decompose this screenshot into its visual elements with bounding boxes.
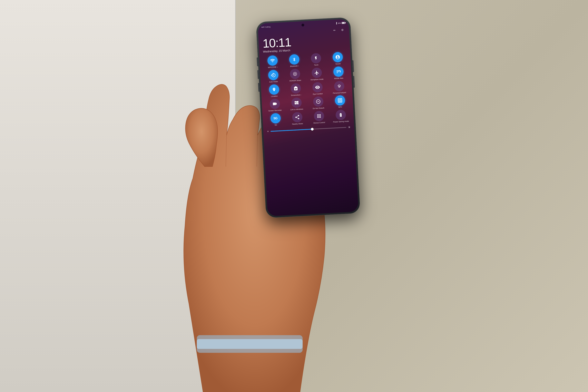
tile-screenrecorder[interactable]: Screen Recorder xyxy=(264,98,285,112)
battery-status-icon xyxy=(342,22,345,24)
wifi-label: WiFiZONE ▾ xyxy=(268,66,278,68)
status-left-text: WiFi Calling xyxy=(261,26,270,28)
camera-cutout xyxy=(301,23,305,27)
devicecontrol-label: Device Control xyxy=(314,122,325,124)
location-icon xyxy=(268,84,279,95)
tile-devicecontrol[interactable]: Device Control xyxy=(308,110,329,124)
tile-honorshare[interactable]: HONOR Share xyxy=(284,68,305,82)
tile-autorotate[interactable]: Auto-rotate xyxy=(263,70,284,83)
sound-icon xyxy=(332,52,343,62)
nearbyshare-label: Nearby Share xyxy=(292,123,303,126)
tile-linkwindows[interactable]: Link to Windows xyxy=(286,97,307,111)
clock-area: ✏ ⚙ 10:11 Wednesday, 15 March xyxy=(258,25,350,54)
tile-nfc[interactable]: NFC xyxy=(330,95,350,109)
brightness-max-icon: ☀ xyxy=(348,126,351,129)
tile-location[interactable]: Location xyxy=(264,84,284,98)
phone-screen: WiFi Calling 93% ✏ ⚙ 10:1 xyxy=(258,19,359,216)
bluetooth-label: Bluetooth ▾ xyxy=(290,65,299,68)
screenrecorder-icon xyxy=(269,98,280,109)
donotdisturb-icon xyxy=(313,96,324,107)
settings-button[interactable]: ⚙ xyxy=(340,27,345,33)
edit-button[interactable]: ✏ xyxy=(332,28,337,33)
tile-nearbyshare[interactable]: Nearby Share xyxy=(287,112,308,126)
autorotate-label: Auto-rotate xyxy=(269,80,278,83)
screenrecorder-label: Screen Recorder xyxy=(268,109,282,112)
tile-eyecomfort[interactable]: Eye Comfort xyxy=(307,82,328,96)
tile-mobiledata[interactable]: Mobile data xyxy=(328,66,349,80)
tile-hotspot[interactable]: Personal hotspot xyxy=(329,80,350,94)
brightness-fill xyxy=(270,129,312,132)
location-label: Location xyxy=(271,95,278,98)
brightness-min-icon: ☀ xyxy=(267,130,269,133)
tile-donotdisturb[interactable]: Do Not Disturb xyxy=(308,96,329,110)
mobiledata-icon xyxy=(333,66,344,77)
screenshot-icon xyxy=(290,83,301,94)
brightness-track[interactable] xyxy=(270,127,346,132)
battery-percent: 93% xyxy=(338,22,341,24)
tile-aeroplane[interactable]: Aeroplane mode xyxy=(306,67,327,81)
tile-5g[interactable]: 5G 5G xyxy=(265,113,286,126)
aeroplane-icon xyxy=(311,68,322,78)
screenshot-label: Screenshot ▾ xyxy=(291,94,301,96)
honorshare-label: HONOR Share xyxy=(289,79,301,82)
donotdisturb-label: Do Not Disturb xyxy=(312,107,324,110)
wifi-icon xyxy=(267,55,278,66)
linkwindows-label: Link to Windows xyxy=(290,108,303,111)
5g-label: 5G xyxy=(274,124,277,126)
eyecomfort-icon xyxy=(312,82,323,93)
linkwindows-icon xyxy=(291,98,302,108)
devicecontrol-icon xyxy=(314,111,324,122)
tile-screenshot[interactable]: Screenshot ▾ xyxy=(286,83,306,97)
phone-outer: WiFi Calling 93% ✏ ⚙ 10:1 xyxy=(256,17,360,218)
sound-label: Sound xyxy=(335,63,341,65)
phone: WiFi Calling 93% ✏ ⚙ 10:1 xyxy=(256,17,360,218)
powersaving-icon xyxy=(335,110,346,120)
tile-wifi[interactable]: WiFiZONE ▾ xyxy=(262,55,283,69)
nfc-icon xyxy=(334,95,345,106)
eyecomfort-label: Eye Comfort xyxy=(313,93,323,95)
tile-torch[interactable]: Torch xyxy=(306,53,326,67)
torch-icon xyxy=(310,53,321,64)
5g-icon: 5G xyxy=(270,113,281,124)
tile-bluetooth[interactable]: Bluetooth ▾ xyxy=(284,54,304,68)
tile-powersaving[interactable]: Power Saving mode xyxy=(330,109,351,123)
aeroplane-label: Aeroplane mode xyxy=(310,78,324,81)
nfc-label: NFC xyxy=(338,106,342,108)
tile-sound[interactable]: Sound xyxy=(327,52,348,66)
honorshare-icon xyxy=(290,68,300,80)
hotspot-label: Personal hotspot xyxy=(333,91,346,94)
hotspot-icon xyxy=(334,81,344,92)
autorotate-icon xyxy=(268,70,279,80)
powersaving-label: Power Saving mode xyxy=(333,120,349,123)
torch-label: Torch xyxy=(314,64,318,66)
quick-settings-grid: WiFiZONE ▾ Bluetooth ▾ xyxy=(259,50,354,129)
svg-rect-1 xyxy=(197,339,302,349)
status-right: 93% xyxy=(335,21,345,25)
brightness-thumb[interactable] xyxy=(311,128,314,131)
bluetooth-tile-icon xyxy=(289,54,300,65)
bluetooth-status-icon xyxy=(335,22,338,25)
nearbyshare-icon xyxy=(292,112,302,123)
mobiledata-label: Mobile data xyxy=(334,77,344,80)
svg-rect-8 xyxy=(340,70,341,72)
